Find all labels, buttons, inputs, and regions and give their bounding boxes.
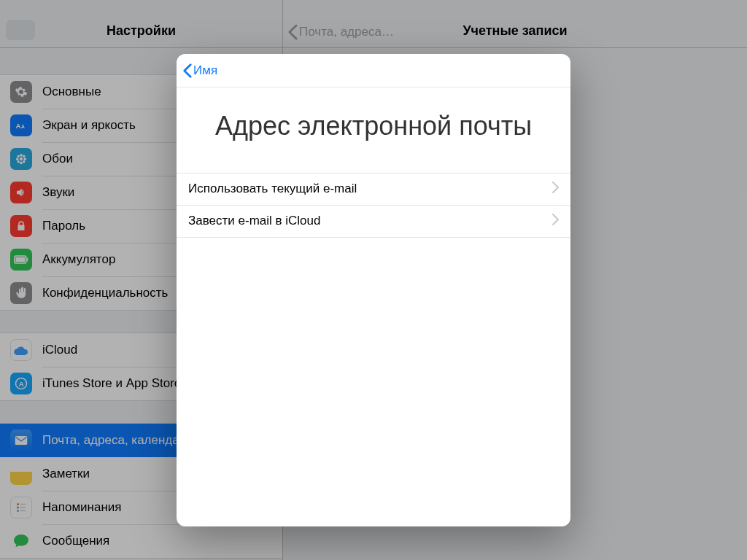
modal-option-current-email[interactable]: Использовать текущий e-mail <box>177 174 570 206</box>
modal-title: Адрес электронной почты <box>177 88 570 173</box>
modal-back-button[interactable]: Имя <box>177 63 217 79</box>
modal-option-label: Использовать текущий e-mail <box>188 182 357 196</box>
modal-option-icloud-email[interactable]: Завести e-mail в iCloud <box>177 206 570 238</box>
modal-options: Использовать текущий e-mail Завести e-ma… <box>177 173 570 238</box>
email-modal: Имя Адрес электронной почты Использовать… <box>177 54 570 526</box>
modal-nav: Имя <box>177 54 570 88</box>
chevron-right-icon <box>552 214 559 229</box>
chevron-right-icon <box>552 182 559 197</box>
modal-back-label: Имя <box>193 63 217 78</box>
modal-option-label: Завести e-mail в iCloud <box>188 214 320 228</box>
